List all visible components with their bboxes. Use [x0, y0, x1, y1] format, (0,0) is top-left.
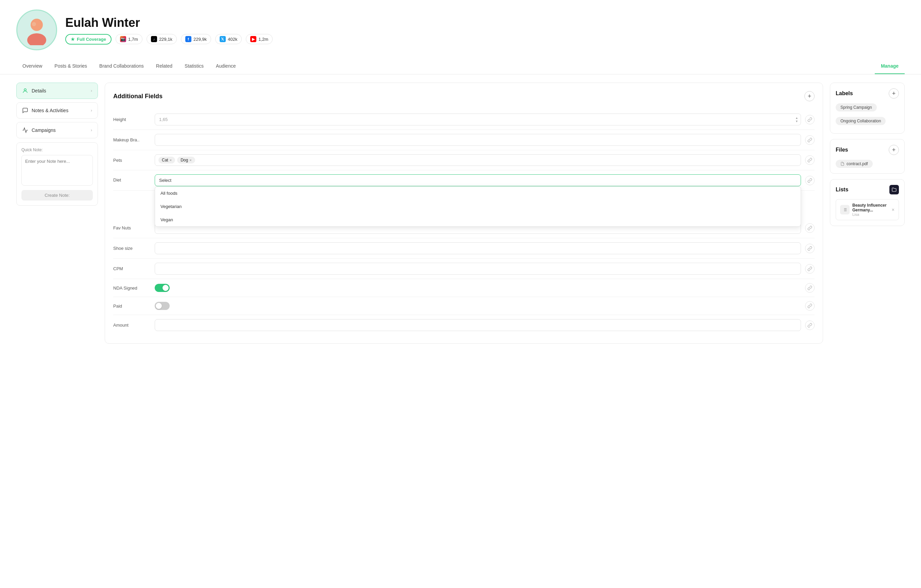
sidebar-item-campaigns[interactable]: Campaigns ›: [16, 122, 98, 138]
field-label-cpm: CPM: [113, 266, 151, 271]
field-row-pets: Pets Cat × Dog ×: [113, 150, 815, 170]
quick-note-label: Quick Note:: [21, 148, 93, 152]
makeup-input[interactable]: [155, 134, 801, 146]
sidebar-notes-label: Notes & Activities: [32, 108, 68, 113]
svg-point-3: [24, 89, 26, 91]
field-row-cpm: CPM: [113, 259, 815, 279]
label-ongoing-collaboration[interactable]: Ongoing Collaboration: [836, 117, 899, 128]
field-label-shoesize: Shoe size: [113, 246, 151, 251]
chevron-right-icon: ›: [91, 128, 92, 133]
add-label-button[interactable]: +: [889, 88, 899, 99]
nav-manage[interactable]: Manage: [875, 58, 905, 74]
full-coverage-badge[interactable]: ★ Full Coverage: [65, 34, 112, 44]
nav-related[interactable]: Related: [150, 58, 179, 74]
panel-title: Additional Fields: [113, 93, 163, 100]
tag-cat-remove[interactable]: ×: [170, 158, 172, 162]
diet-option-vegetarian[interactable]: Vegetarian: [155, 200, 801, 213]
files-card: Files + contract.pdf: [830, 139, 905, 174]
field-link-shoesize[interactable]: [805, 244, 815, 253]
pets-tags-input[interactable]: Cat × Dog ×: [155, 154, 801, 166]
list-item-remove[interactable]: ×: [892, 207, 895, 213]
labels-title: Labels: [836, 90, 853, 96]
labels-card: Labels + Spring Campaign Ongoing Collabo…: [830, 83, 905, 133]
field-link-amount[interactable]: [805, 320, 815, 330]
field-label-amount: Amount: [113, 323, 151, 328]
add-file-button[interactable]: +: [889, 145, 899, 155]
diet-option-all[interactable]: All foods: [155, 187, 801, 200]
lists-title: Lists: [836, 187, 848, 193]
shoesize-input[interactable]: [155, 242, 801, 254]
tag-dog: Dog ×: [177, 157, 195, 164]
right-panel: Labels + Spring Campaign Ongoing Collabo…: [830, 83, 905, 226]
field-row-paid: Paid: [113, 297, 815, 315]
height-stepper[interactable]: ▲▼: [795, 116, 798, 123]
field-label-height: Height: [113, 117, 151, 122]
nav-statistics[interactable]: Statistics: [179, 58, 210, 74]
nav-overview[interactable]: Overview: [16, 58, 48, 74]
full-coverage-label: Full Coverage: [77, 37, 106, 42]
tiktok-badge[interactable]: ♪ 229,1k: [146, 34, 177, 44]
sidebar-item-notes[interactable]: Notes & Activities ›: [16, 102, 98, 119]
list-item-sub: Lisa: [852, 213, 889, 216]
field-link-makeup[interactable]: [805, 135, 815, 145]
field-row-diet: Diet All foods Vegetarian Vegan: [113, 170, 815, 191]
svg-point-1: [27, 33, 46, 45]
left-sidebar: Details › Notes & Activities ›: [16, 83, 98, 206]
diet-dropdown: All foods Vegetarian Vegan: [155, 186, 801, 227]
chevron-right-icon: ›: [91, 88, 92, 93]
youtube-icon: ▶: [250, 36, 256, 42]
files-title: Files: [836, 147, 848, 153]
chat-icon: [22, 107, 28, 114]
amount-input[interactable]: [155, 319, 801, 331]
field-link-nda[interactable]: [805, 283, 815, 292]
diet-option-vegan[interactable]: Vegan: [155, 213, 801, 226]
twitter-count: 402k: [228, 37, 237, 42]
cpm-input[interactable]: [155, 263, 801, 275]
lists-card: Lists Beauty Influencer Germany... Lisa …: [830, 179, 905, 226]
chevron-right-icon: ›: [91, 108, 92, 113]
height-input[interactable]: [155, 114, 801, 125]
star-icon: ★: [71, 37, 75, 42]
nav-posts-stories[interactable]: Posts & Stories: [48, 58, 93, 74]
tag-cat: Cat ×: [158, 157, 175, 164]
field-link-diet[interactable]: [805, 176, 815, 185]
sidebar-item-details[interactable]: Details ›: [16, 83, 98, 99]
create-note-button[interactable]: Create Note:: [21, 190, 93, 201]
youtube-count: 1,2m: [259, 37, 268, 42]
diet-select[interactable]: [155, 174, 801, 186]
field-link-paid[interactable]: [805, 301, 815, 311]
field-link-pets[interactable]: [805, 155, 815, 165]
nav-audience[interactable]: Audience: [210, 58, 242, 74]
facebook-count: 229,9k: [194, 37, 207, 42]
quick-note-textarea[interactable]: [21, 155, 93, 185]
facebook-badge[interactable]: f 229,9k: [181, 34, 211, 44]
tiktok-icon: ♪: [151, 36, 157, 42]
additional-fields-panel: Additional Fields + Height ▲▼ Makeup Bra…: [105, 83, 823, 344]
tag-dog-remove[interactable]: ×: [189, 158, 191, 162]
field-label-nda: NDA Signed: [113, 286, 151, 291]
tiktok-count: 229,1k: [159, 37, 172, 42]
field-link-cpm[interactable]: [805, 264, 815, 274]
paid-toggle[interactable]: [155, 302, 170, 310]
add-field-button[interactable]: +: [804, 91, 815, 101]
twitter-icon: 𝕏: [220, 36, 226, 42]
instagram-count: 1,7m: [128, 37, 138, 42]
twitter-badge[interactable]: 𝕏 402k: [215, 34, 242, 44]
youtube-badge[interactable]: ▶ 1,2m: [246, 34, 273, 44]
nav-brand-collaborations[interactable]: Brand Collaborations: [93, 58, 150, 74]
field-label-favnuts: Fav Nuts: [113, 225, 151, 231]
instagram-badge[interactable]: 📷 1,7m: [116, 34, 142, 44]
instagram-icon: 📷: [120, 36, 126, 42]
field-label-pets: Pets: [113, 158, 151, 163]
nda-toggle[interactable]: [155, 284, 170, 292]
field-row-shoesize: Shoe size: [113, 238, 815, 259]
field-row-height: Height ▲▼: [113, 109, 815, 130]
file-contract[interactable]: contract.pdf: [836, 160, 899, 168]
activity-icon: [22, 127, 28, 133]
lists-folder-button[interactable]: [889, 185, 899, 195]
field-row-makeup: Makeup Bra..: [113, 130, 815, 150]
field-link-height[interactable]: [805, 115, 815, 124]
field-label-makeup: Makeup Bra..: [113, 137, 151, 142]
field-link-favnuts[interactable]: [805, 223, 815, 233]
label-spring-campaign[interactable]: Spring Campaign: [836, 103, 899, 114]
